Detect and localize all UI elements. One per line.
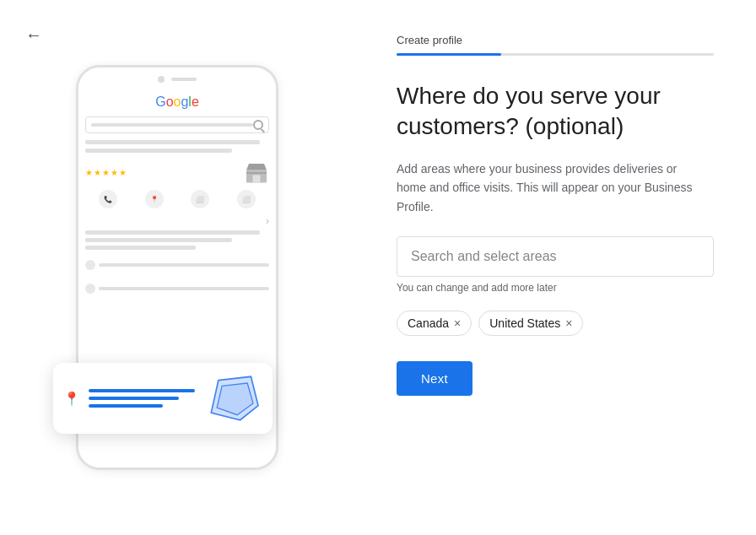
progress-label: Create profile — [397, 34, 714, 46]
tag-united-states-label: United States — [489, 316, 560, 330]
tags-row: Canada × United States × — [397, 311, 714, 336]
phone-bottom-row — [85, 257, 269, 273]
content-line — [85, 238, 232, 242]
svg-rect-2 — [246, 172, 267, 174]
action-icon-phone: 📞 — [99, 190, 117, 208]
phone-search-bar — [85, 116, 269, 133]
card-line — [89, 404, 163, 408]
search-helper-text: You can change and add more later — [397, 282, 714, 294]
phone-row-icon — [85, 284, 95, 294]
back-arrow[interactable]: ← — [25, 25, 42, 45]
right-panel: Create profile Where do you serve your c… — [354, 0, 756, 535]
tag-united-states: United States × — [478, 311, 583, 336]
phone-row-line — [99, 263, 269, 267]
phone-row-icon — [85, 260, 95, 270]
tag-canada: Canada × — [397, 311, 472, 336]
tag-united-states-remove[interactable]: × — [565, 317, 572, 329]
phone-search-line — [91, 123, 253, 127]
svg-rect-1 — [253, 175, 261, 182]
phone-mockup: Google ★★★★★ — [76, 65, 278, 470]
search-input-wrapper[interactable] — [397, 236, 714, 277]
content-line — [85, 149, 232, 153]
action-icon-location: 📍 — [145, 190, 164, 208]
shop-icon — [244, 159, 269, 185]
action-icons: 📞 📍 ⬜ ⬜ — [85, 190, 269, 208]
stars-row: ★★★★★ — [85, 159, 269, 185]
phone-search-icon — [253, 120, 263, 130]
google-logo: Google — [85, 95, 269, 110]
content-line — [85, 246, 196, 250]
progress-bar-container: Create profile — [397, 34, 714, 56]
tag-canada-label: Canada — [408, 316, 449, 330]
next-button[interactable]: Next — [397, 361, 472, 396]
left-panel: ← Google — [0, 0, 354, 535]
map-polygon-icon — [203, 373, 262, 424]
card-text-lines — [89, 389, 195, 408]
chevron-right: › — [85, 215, 269, 227]
stars-display: ★★★★★ — [85, 168, 127, 177]
action-icon-share: ⬜ — [191, 190, 209, 208]
phone-camera — [158, 76, 165, 83]
phone-content-lines — [85, 140, 269, 153]
phone-speaker — [171, 78, 197, 81]
tag-canada-remove[interactable]: × — [454, 317, 461, 329]
more-lines — [85, 230, 269, 250]
card-line — [89, 389, 195, 392]
location-pin-icon: 📍 — [63, 391, 80, 407]
bottom-card: 📍 — [53, 363, 273, 434]
page-title: Where do you serve your customers? (opti… — [397, 81, 714, 143]
page-description: Add areas where your business provides d… — [397, 159, 709, 216]
content-line — [85, 140, 260, 144]
search-input[interactable] — [411, 249, 699, 264]
content-line — [85, 230, 260, 235]
phone-row-line — [99, 287, 269, 290]
progress-bar-track — [397, 53, 714, 56]
card-line — [89, 397, 179, 400]
phone-bottom-row — [85, 280, 269, 297]
progress-bar-fill — [397, 53, 501, 56]
action-icon-more: ⬜ — [237, 190, 256, 208]
phone-header — [78, 68, 276, 88]
